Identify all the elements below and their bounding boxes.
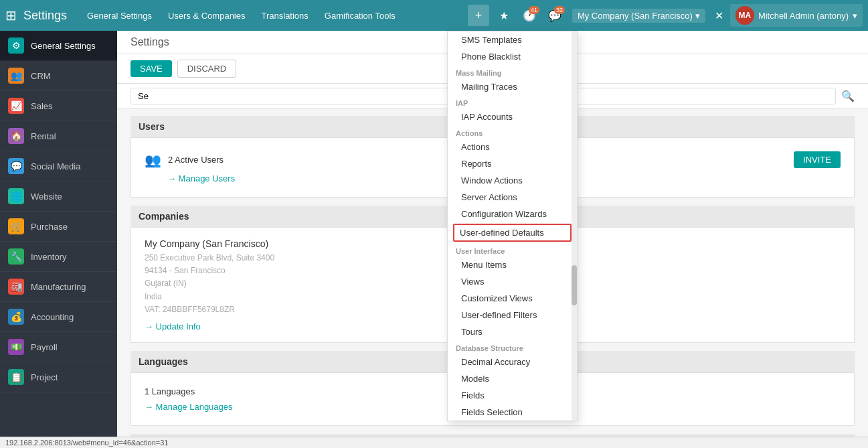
update-info-link[interactable]: → Update Info — [145, 321, 201, 331]
status-url: 192.168.2.206:8013/web#menu_id=46&action… — [5, 439, 168, 447]
search-icon[interactable]: 🔍 — [841, 90, 855, 102]
clock-button[interactable]: 🕐 41 — [519, 5, 540, 26]
sidebar-label-manufacturing: Manufacturing — [31, 282, 86, 292]
website-icon: 🌐 — [8, 188, 24, 204]
sidebar-item-project[interactable]: 📋Project — [0, 362, 117, 392]
user-chevron-icon: ▾ — [853, 11, 857, 21]
chat-badge: 32 — [554, 6, 565, 14]
nav-general-settings[interactable]: General Settings — [80, 8, 159, 23]
manage-users-link[interactable]: → Manage Users — [167, 173, 235, 183]
invite-button[interactable]: INVITE — [794, 151, 841, 168]
close-icon[interactable]: ✕ — [715, 9, 723, 22]
dropdown-item-views[interactable]: Views — [448, 273, 577, 290]
sidebar-item-manufacturing[interactable]: 🏭Manufacturing — [0, 272, 117, 302]
chevron-down-icon: ▾ — [695, 11, 700, 21]
sidebar-item-rental[interactable]: 🏠Rental — [0, 121, 117, 151]
sidebar-item-purchase[interactable]: 🛒Purchase — [0, 212, 117, 242]
star-button[interactable]: ★ — [493, 5, 515, 26]
sidebar-item-general-settings[interactable]: ⚙General Settings — [0, 31, 117, 61]
dropdown-section-database-structure: Database Structure — [448, 340, 577, 354]
dropdown-item-sms-templates[interactable]: SMS Templates — [448, 31, 577, 48]
dropdown-item-reports[interactable]: Reports — [448, 155, 577, 172]
status-bar: 192.168.2.206:8013/web#menu_id=46&action… — [0, 437, 868, 448]
nav-links: General Settings Users & Companies Trans… — [80, 8, 402, 23]
nav-users-companies[interactable]: Users & Companies — [161, 8, 252, 23]
sidebar-item-payroll[interactable]: 💵Payroll — [0, 332, 117, 362]
dropdown-item-fields[interactable]: Fields — [448, 387, 577, 404]
user-selector[interactable]: MA Mitchell Admin (antony) ▾ — [730, 4, 863, 27]
project-icon: 📋 — [8, 369, 24, 385]
dropdown-item-iap-accounts[interactable]: IAP Accounts — [448, 108, 577, 125]
nav-gamification[interactable]: Gamification Tools — [318, 8, 402, 23]
content-wrapper: ⚙General Settings👥CRM📈Sales🏠Rental💬Socia… — [0, 31, 868, 448]
dropdown-item-user-defined-filters[interactable]: User-defined Filters — [448, 307, 577, 323]
dropdown-section-actions: Actions — [448, 125, 577, 139]
purchase-icon: 🛒 — [8, 218, 24, 234]
dropdown-item-server-actions[interactable]: Server Actions — [448, 189, 577, 206]
crm-icon: 👥 — [8, 68, 24, 84]
sidebar-label-project: Project — [31, 372, 58, 382]
plus-button[interactable]: + — [468, 5, 489, 26]
dropdown-item-phone-blacklist[interactable]: Phone Blacklist — [448, 48, 577, 65]
dropdown-item-customized-views[interactable]: Customized Views — [448, 290, 577, 307]
general-settings-icon: ⚙ — [8, 38, 24, 54]
company-selector[interactable]: My Company (San Francisco) ▾ — [572, 9, 705, 23]
dropdown-section-iap: IAP — [448, 95, 577, 108]
rental-icon: 🏠 — [8, 128, 24, 144]
grid-icon[interactable]: ⊞ — [5, 7, 17, 23]
nav-translations[interactable]: Translations — [255, 8, 315, 23]
sidebar-label-payroll: Payroll — [31, 342, 58, 352]
chat-button[interactable]: 💬 32 — [544, 5, 566, 26]
sidebar-label-purchase: Purchase — [31, 222, 68, 232]
manage-languages-link[interactable]: → Manage Languages — [145, 402, 233, 412]
sidebar-label-crm: CRM — [31, 71, 51, 81]
sidebar-label-inventory: Inventory — [31, 252, 66, 262]
star-icon: ★ — [499, 9, 509, 22]
discard-button[interactable]: DISCARD — [177, 60, 237, 78]
dropdown-item-fields-selection[interactable]: Fields Selection — [448, 404, 577, 421]
dropdown-item-user-defined-defaults[interactable]: User-defined Defaults — [453, 224, 572, 242]
dropdown-menu: SMS TemplatesPhone BlacklistMass Mailing… — [447, 31, 578, 421]
dropdown-scrollbar-thumb — [572, 265, 577, 305]
dropdown-item-decimal-accuracy[interactable]: Decimal Accuracy — [448, 354, 577, 370]
avatar: MA — [735, 6, 754, 25]
sidebar-label-rental: Rental — [31, 131, 56, 141]
manufacturing-icon: 🏭 — [8, 279, 24, 295]
sidebar-item-website[interactable]: 🌐Website — [0, 181, 117, 212]
sidebar-label-social-media: Social Media — [31, 161, 80, 171]
dropdown-item-models[interactable]: Models — [448, 370, 577, 387]
active-users-count: 2 Active Users — [168, 155, 224, 165]
dropdown-item-menu-items[interactable]: Menu Items — [448, 256, 577, 273]
dropdown-item-actions[interactable]: Actions — [448, 139, 577, 155]
dropdown-item-window-actions[interactable]: Window Actions — [448, 172, 577, 189]
inventory-icon: 🔧 — [8, 248, 24, 265]
sidebar-label-sales: Sales — [31, 101, 53, 111]
sidebar-item-accounting[interactable]: 💰Accounting — [0, 302, 117, 332]
user-name: Mitchell Admin (antony) — [758, 11, 849, 21]
company-name: My Company (San Francisco) — [578, 11, 693, 21]
accounting-icon: 💰 — [8, 309, 24, 325]
languages-count: 1 Languages — [145, 386, 195, 396]
sidebar-item-social-media[interactable]: 💬Social Media — [0, 151, 117, 181]
icons-area: + ★ 🕐 41 💬 32 My Company (San Francisco)… — [468, 4, 863, 27]
dropdown-item-mailing-traces[interactable]: Mailing Traces — [448, 78, 577, 95]
avatar-initials: MA — [739, 11, 752, 20]
dropdown-scrollbar[interactable] — [572, 31, 577, 421]
clock-badge: 41 — [529, 6, 539, 14]
dropdown-section-user-interface: User Interface — [448, 243, 577, 256]
dropdown-section-mass-mailing: Mass Mailing — [448, 65, 577, 78]
sidebar-item-crm[interactable]: 👥CRM — [0, 61, 117, 91]
users-icon: 👥 — [145, 152, 161, 168]
dropdown-item-config-wizards[interactable]: Configuration Wizards — [448, 206, 577, 222]
top-navbar: ⊞ Settings General Settings Users & Comp… — [0, 0, 868, 31]
sidebar-item-sales[interactable]: 📈Sales — [0, 91, 117, 121]
sales-icon: 📈 — [8, 98, 24, 114]
sidebar: ⚙General Settings👥CRM📈Sales🏠Rental💬Socia… — [0, 31, 117, 448]
sidebar-label-general-settings: General Settings — [31, 41, 96, 51]
save-button[interactable]: SAVE — [131, 60, 172, 77]
dropdown-item-tours[interactable]: Tours — [448, 323, 577, 340]
sidebar-item-inventory[interactable]: 🔧Inventory — [0, 242, 117, 272]
social-media-icon: 💬 — [8, 158, 24, 174]
app-title: Settings — [23, 9, 67, 23]
page-title: Settings — [131, 36, 169, 48]
